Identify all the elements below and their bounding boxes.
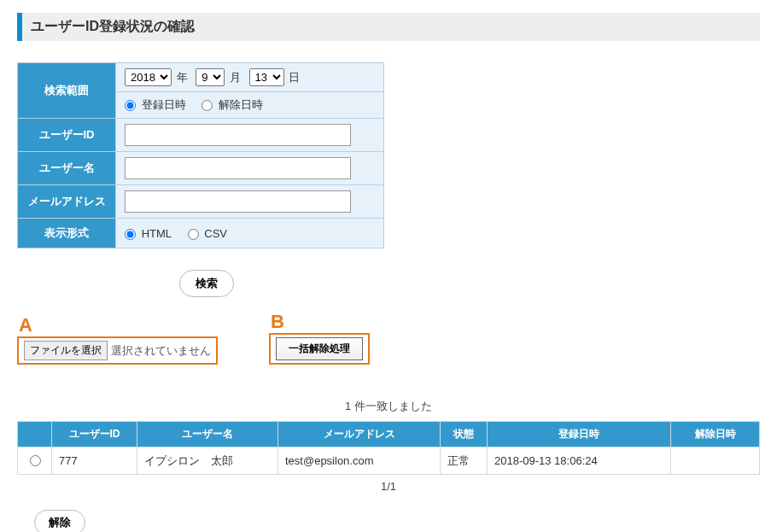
page-title: ユーザーID登録状況の確認 [17,13,760,41]
email-input[interactable] [125,190,351,213]
date-select-row: 2018 年 9 月 13 日 [116,63,384,92]
label-user-name: ユーザー名 [18,152,116,185]
label-search-range: 検索範囲 [18,63,116,119]
row-select-radio[interactable] [30,455,41,466]
file-choose-button[interactable]: ファイルを選択 [24,341,108,360]
search-button[interactable]: 検索 [179,270,234,297]
radio-csv-text: CSV [204,227,227,240]
label-user-id: ユーザーID [18,119,116,152]
cell-status: 正常 [441,447,488,475]
col-user-id: ユーザーID [52,422,137,447]
year-unit: 年 [177,71,188,84]
radio-released[interactable] [202,100,213,111]
batch-release-button[interactable]: 一括解除処理 [276,337,363,360]
label-email: メールアドレス [18,185,116,219]
col-select [18,422,52,447]
batch-release-box: 一括解除処理 [269,333,370,365]
upload-action-row: A ファイルを選択 選択されていません B 一括解除処理 [17,313,760,365]
month-unit: 月 [230,71,241,84]
radio-registered-text: 登録日時 [142,98,186,111]
radio-html[interactable] [125,229,136,240]
result-count: 1 件一致しました [17,399,760,414]
radio-html-text: HTML [142,227,172,240]
col-registered-at: 登録日時 [488,422,671,447]
col-released-at: 解除日時 [671,422,760,447]
cell-released-at [671,447,760,475]
label-display-format: 表示形式 [18,219,116,248]
cell-registered-at: 2018-09-13 18:06:24 [488,447,671,475]
release-button[interactable]: 解除 [34,510,85,532]
month-select[interactable]: 9 [196,68,225,86]
radio-registered[interactable] [125,100,136,111]
col-user-name: ユーザー名 [137,422,278,447]
col-status: 状態 [441,422,488,447]
format-row: HTML CSV [116,219,384,248]
user-name-input[interactable] [125,157,351,179]
radio-csv-label[interactable]: CSV [188,227,227,240]
radio-csv[interactable] [188,229,199,240]
pagination: 1/1 [17,480,760,493]
radio-released-label[interactable]: 解除日時 [202,97,263,113]
range-type-row: 登録日時 解除日時 [116,92,384,119]
annotation-b: B [271,313,370,331]
day-select[interactable]: 13 [249,68,284,86]
radio-registered-label[interactable]: 登録日時 [125,97,186,113]
col-email: メールアドレス [278,422,441,447]
cell-user-id: 777 [52,447,137,475]
results-table: ユーザーID ユーザー名 メールアドレス 状態 登録日時 解除日時 777 イプ… [17,421,760,475]
search-form: 検索範囲 2018 年 9 月 13 日 登録日時 解除日時 ユーザーID ユー… [17,62,384,248]
file-upload-box: ファイルを選択 選択されていません [17,336,218,365]
year-select[interactable]: 2018 [125,68,172,86]
day-unit: 日 [289,71,300,84]
user-id-input[interactable] [125,124,351,146]
table-row: 777 イプシロン 太郎 test@epsilon.com 正常 2018-09… [18,447,760,475]
radio-released-text: 解除日時 [219,98,263,111]
annotation-a: A [19,316,218,335]
cell-user-name: イプシロン 太郎 [137,447,278,475]
file-status-text: 選択されていません [111,343,211,359]
radio-html-label[interactable]: HTML [125,227,172,240]
cell-email: test@epsilon.com [278,447,441,475]
